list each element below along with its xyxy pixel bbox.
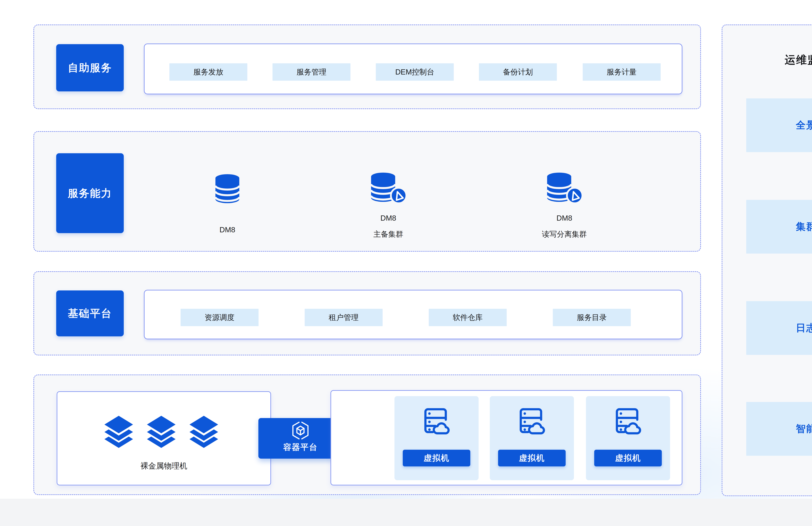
sidebar-ops-monitoring: 运维监控 全景监控 集群管理 日志审计 智能告警 [722,25,812,496]
chip-tenant-management: 租户管理 [305,309,382,326]
chip-text: 软件仓库 [453,312,483,323]
section-self-service: 自助服务 服务发放 服务管理 DEM控制台 备份计划 服务计量 [33,25,701,109]
chip-resource-scheduling: 资源调度 [180,309,259,326]
dm8-rw-split-line2: 读写分离集群 [516,229,613,239]
chip-text: 服务发放 [193,67,223,77]
layers-icon [102,414,135,450]
sidebar-item-text: 集群管理 [796,220,812,233]
vm-group-card: 虚拟机 虚拟机 [331,390,682,485]
bare-metal-label: 裸金属物理机 [57,461,271,471]
vm-card: 虚拟机 [490,396,574,480]
sidebar-item-intelligent-alerting: 智能告警 [746,402,812,456]
self-service-panel: 服务发放 服务管理 DEM控制台 备份计划 服务计量 [144,44,682,94]
sidebar-item-panorama-monitoring: 全景监控 [746,98,812,152]
chip-backup-plan: 备份计划 [479,63,557,81]
container-platform-label: 容器平台 [283,442,318,453]
database-icon [213,172,242,206]
base-platform-label-text: 基础平台 [68,306,112,320]
chip-dem-console: DEM控制台 [376,63,454,81]
bare-metal-card: 裸金属物理机 [57,391,271,485]
sidebar-item-text: 日志审计 [796,321,812,335]
layers-icon [188,414,220,450]
dm8-rw-split-line1: DM8 [516,214,613,222]
service-capability-label-text: 服务能力 [68,186,112,200]
sidebar-item-log-audit: 日志审计 [746,301,812,355]
vm-button-text: 虚拟机 [615,453,641,464]
self-service-label: 自助服务 [56,44,124,91]
database-cluster-icon [544,170,584,205]
vm-card: 虚拟机 [586,396,670,480]
sidebar-title: 运维监控 [722,53,812,67]
sidebar-item-text: 智能告警 [796,422,812,435]
section-base-platform: 基础平台 资源调度 租户管理 软件仓库 服务目录 [33,271,701,355]
chip-text: DEM控制台 [395,67,434,77]
vm-button: 虚拟机 [594,450,662,466]
dm8-cluster-line1: DM8 [348,214,429,222]
self-service-label-text: 自助服务 [68,61,112,75]
server-cloud-icon [517,406,547,436]
section-infrastructure: 裸金属物理机 容器平台 [33,375,701,495]
chip-service-catalog: 服务目录 [553,309,631,326]
service-capability-label: 服务能力 [56,153,124,233]
chip-text: 备份计划 [503,67,533,77]
chip-text: 服务目录 [577,312,607,323]
chip-software-repository: 软件仓库 [429,309,507,326]
chip-service-management: 服务管理 [273,63,350,81]
chip-text: 资源调度 [205,312,234,323]
dm8-label: DM8 [203,225,252,234]
chip-text: 服务计量 [607,67,637,77]
database-cluster-icon [368,170,408,205]
server-cloud-icon [421,406,452,436]
chip-service-metering: 服务计量 [583,63,661,81]
chip-service-provision: 服务发放 [169,63,247,81]
sidebar-item-cluster-management: 集群管理 [746,200,812,253]
chip-text: 租户管理 [329,312,359,323]
sidebar-item-text: 全景监控 [796,119,812,132]
container-platform-box: 容器平台 [258,418,343,458]
layers-icon [145,414,177,450]
chip-text: 服务管理 [296,67,327,77]
bottom-panel [0,499,812,526]
vm-button-text: 虚拟机 [519,453,545,464]
server-cloud-icon [612,406,643,436]
section-service-capability: 服务能力 DM8 DM8 主备集群 D [33,131,701,252]
base-platform-label: 基础平台 [56,290,124,336]
base-platform-panel: 资源调度 租户管理 软件仓库 服务目录 [144,290,682,339]
architecture-diagram: 自助服务 服务发放 服务管理 DEM控制台 备份计划 服务计量 服务能力 DM8 [0,0,812,526]
vm-button: 虚拟机 [498,450,566,466]
vm-button: 虚拟机 [403,450,470,466]
vm-card: 虚拟机 [394,396,479,480]
container-cube-icon [291,421,310,440]
vm-button-text: 虚拟机 [424,453,450,464]
dm8-cluster-line2: 主备集群 [348,229,429,239]
